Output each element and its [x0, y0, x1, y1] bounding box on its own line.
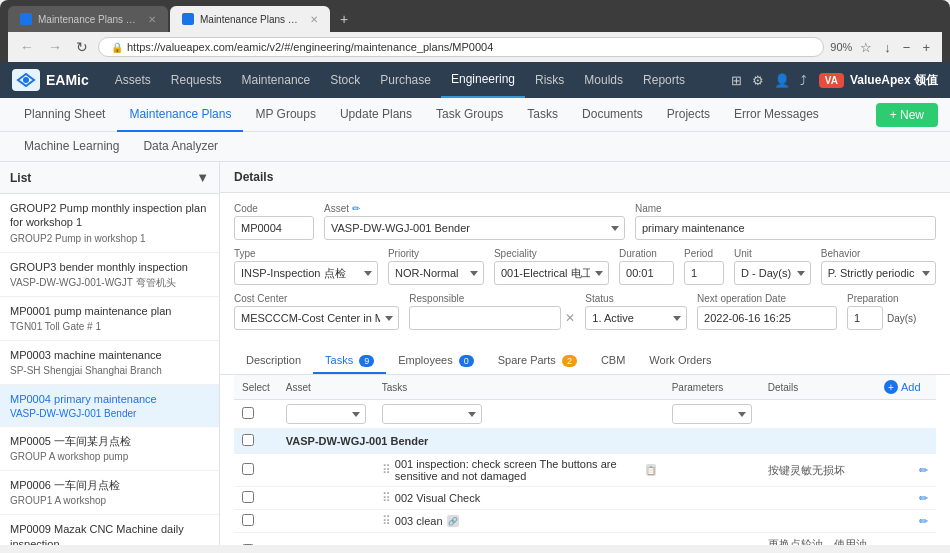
asset-filter[interactable] — [286, 404, 366, 424]
nav-back-button[interactable]: ← — [16, 37, 38, 57]
params-filter[interactable] — [672, 404, 752, 424]
nav-item-requests[interactable]: Requests — [161, 62, 232, 98]
responsible-input[interactable] — [409, 306, 561, 330]
row2-checkbox[interactable] — [242, 514, 254, 526]
edit-row-icon-1[interactable]: ✏ — [919, 492, 928, 504]
nav-forward-button[interactable]: → — [44, 37, 66, 57]
tab-close-2[interactable]: ✕ — [310, 14, 318, 25]
add-button[interactable]: + Add — [884, 380, 921, 394]
edit-row-icon-0[interactable]: ✏ — [919, 464, 928, 476]
list-item-6[interactable]: MP0006 一车间月点检 GROUP1 A workshop — [0, 471, 219, 515]
type-select[interactable]: INSP-Inspection 点检 — [234, 261, 378, 285]
logo-icon — [12, 69, 40, 91]
drag-icon-1: ⠿ — [382, 491, 391, 505]
tab-work-orders[interactable]: Work Orders — [637, 348, 723, 374]
asset-group: Asset ✏ VASP-DW-WGJ-001 Bender — [324, 203, 625, 240]
list-item-7[interactable]: MP0009 Mazak CNC Machine daily inspectio… — [0, 515, 219, 545]
priority-label: Priority — [388, 248, 484, 259]
tab-cbm[interactable]: CBM — [589, 348, 637, 374]
nav-icon-user[interactable]: 👤 — [772, 71, 792, 90]
asset-edit-icon[interactable]: ✏ — [352, 203, 360, 214]
list-item-title-0: GROUP2 Pump monthly inspection plan for … — [10, 201, 209, 230]
subnav-task-groups[interactable]: Task Groups — [424, 98, 515, 132]
edit-row-icon-2[interactable]: ✏ — [919, 515, 928, 527]
nav-item-engineering[interactable]: Engineering — [441, 62, 525, 98]
drag-icon-3: ⠿ — [382, 544, 391, 546]
next-op-date-input[interactable] — [697, 306, 837, 330]
list-item-1[interactable]: GROUP3 bender monthly inspection VASP-DW… — [0, 253, 219, 297]
preparation-input[interactable] — [847, 306, 883, 330]
section-checkbox[interactable] — [242, 434, 254, 446]
list-item-subtitle-2: TGN01 Toll Gate # 1 — [10, 320, 209, 333]
subnav-projects[interactable]: Projects — [655, 98, 722, 132]
tasks-filter[interactable] — [382, 404, 482, 424]
tab-close-1[interactable]: ✕ — [148, 14, 156, 25]
browser-tab-2[interactable]: Maintenance Plans MP0004 ✕ — [170, 6, 330, 32]
tab-spare-parts[interactable]: Spare Parts 2 — [486, 348, 589, 374]
subnav-planning-sheet[interactable]: Planning Sheet — [12, 98, 117, 132]
edit-row-icon-3[interactable]: ✏ — [919, 544, 928, 545]
subnav2-data-analyzer[interactable]: Data Analyzer — [131, 130, 230, 164]
sub-nav: Planning Sheet Maintenance Plans MP Grou… — [0, 98, 950, 132]
tab-description[interactable]: Description — [234, 348, 313, 374]
filter-icon[interactable]: ▼ — [196, 170, 209, 185]
nav-item-assets[interactable]: Assets — [105, 62, 161, 98]
new-button[interactable]: + New — [876, 103, 938, 127]
nav-item-maintenance[interactable]: Maintenance — [232, 62, 321, 98]
speciality-select[interactable]: 001-Electrical 电工 — [494, 261, 609, 285]
nav-item-stock[interactable]: Stock — [320, 62, 370, 98]
list-item-4[interactable]: MP0004 primary maintenance VASP-DW-WGJ-0… — [0, 385, 219, 426]
list-header: List ▼ — [0, 162, 219, 194]
subnav-tasks[interactable]: Tasks — [515, 98, 570, 132]
tab-tasks[interactable]: Tasks 9 — [313, 348, 386, 374]
row1-checkbox[interactable] — [242, 491, 254, 503]
unit-select[interactable]: D - Day(s) — [734, 261, 811, 285]
browser-tab-1[interactable]: Maintenance Plans MP0003 ✕ — [8, 6, 168, 32]
task-icon-3b: 🔗 — [567, 545, 579, 546]
subnav-mp-groups[interactable]: MP Groups — [243, 98, 327, 132]
subnav-update-plans[interactable]: Update Plans — [328, 98, 424, 132]
subnav-error-messages[interactable]: Error Messages — [722, 98, 831, 132]
select-all-checkbox[interactable] — [242, 407, 254, 419]
status-select[interactable]: 1. Active — [585, 306, 687, 330]
list-item-2[interactable]: MP0001 pump maintenance plan TGN01 Toll … — [0, 297, 219, 341]
new-tab-button[interactable]: + — [332, 6, 356, 32]
nav-refresh-button[interactable]: ↻ — [72, 37, 92, 57]
row3-checkbox[interactable] — [242, 544, 254, 546]
zoom-out-button[interactable]: − — [899, 38, 915, 57]
nav-item-moulds[interactable]: Moulds — [574, 62, 633, 98]
nav-icon-grid[interactable]: ⊞ — [729, 71, 744, 90]
address-bar: ← → ↻ 🔒 https://valueapex.com/eamic/v2/#… — [8, 32, 942, 62]
nav-item-risks[interactable]: Risks — [525, 62, 574, 98]
responsible-clear-btn[interactable]: ✕ — [565, 311, 575, 325]
star-button[interactable]: ☆ — [856, 38, 876, 57]
subnav2-machine-learning[interactable]: Machine Learning — [12, 130, 131, 164]
main-content: List ▼ GROUP2 Pump monthly inspection pl… — [0, 162, 950, 545]
behavior-select[interactable]: P. Strictly periodic — [821, 261, 936, 285]
priority-select[interactable]: NOR-Normal — [388, 261, 484, 285]
subnav-documents[interactable]: Documents — [570, 98, 655, 132]
period-input[interactable] — [684, 261, 724, 285]
duration-input[interactable] — [619, 261, 674, 285]
asset-select[interactable]: VASP-DW-WGJ-001 Bender — [324, 216, 625, 240]
zoom-in-button[interactable]: + — [918, 38, 934, 57]
task-name-2: ⠿ 003 clean 🔗 — [382, 514, 656, 528]
list-item-0[interactable]: GROUP2 Pump monthly inspection plan for … — [0, 194, 219, 253]
subnav-maintenance-plans[interactable]: Maintenance Plans — [117, 98, 243, 132]
nav-item-purchase[interactable]: Purchase — [370, 62, 441, 98]
form-section: Code Asset ✏ VASP-DW-WGJ-001 Bender — [220, 193, 950, 348]
nav-icon-share[interactable]: ⤴ — [798, 71, 809, 90]
cost-center-select[interactable]: MESCCCM-Cost Center in M. — [234, 306, 399, 330]
download-button[interactable]: ↓ — [880, 38, 895, 57]
nav-item-reports[interactable]: Reports — [633, 62, 695, 98]
list-item-3[interactable]: MP0003 machine maintenance SP-SH Shengja… — [0, 341, 219, 385]
row0-checkbox[interactable] — [242, 463, 254, 475]
code-input[interactable] — [234, 216, 314, 240]
list-item-5[interactable]: MP0005 一车间某月点检 GROUP A workshop pump — [0, 427, 219, 471]
tab-employees[interactable]: Employees 0 — [386, 348, 486, 374]
nav-icon-settings[interactable]: ⚙ — [750, 71, 766, 90]
list-item-link-4[interactable]: VASP-DW-WGJ-001 Bender — [10, 408, 209, 419]
name-input[interactable] — [635, 216, 936, 240]
duration-label: Duration — [619, 248, 674, 259]
url-bar[interactable]: 🔒 https://valueapex.com/eamic/v2/#/engin… — [98, 37, 824, 57]
